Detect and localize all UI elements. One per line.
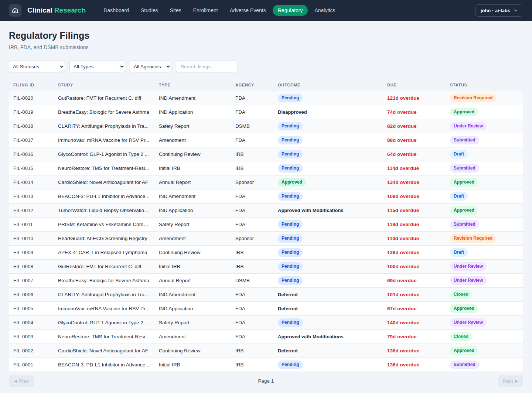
- status-cell: Revision Required: [446, 232, 523, 246]
- status-cell: Under Review: [446, 260, 523, 274]
- table-row[interactable]: FIL-0015 NeuroRestore: TMS for Treatment…: [9, 161, 523, 175]
- outcome-cell: Approved: [273, 175, 383, 189]
- outcome-cell: Approved with Modifications: [273, 204, 383, 218]
- table-row[interactable]: FIL-0010 HeartGuard: AI-ECG Screening Re…: [9, 232, 523, 246]
- outcome-badge: Pending: [278, 122, 303, 130]
- due-cell-wrap: 64d overdue: [383, 147, 446, 161]
- outcome-badge: Pending: [278, 136, 303, 144]
- table-row[interactable]: FIL-0017 ImmunoVax: mRNA Vaccine for RSV…: [9, 133, 523, 147]
- filing-id-cell: FIL-0020: [9, 91, 54, 105]
- type-cell: Safety Report: [154, 316, 231, 330]
- status-badge: Submitted: [450, 136, 479, 144]
- page-title: Regulatory Filings: [9, 30, 523, 41]
- filing-id-cell: FIL-0009: [9, 246, 54, 260]
- due-cell: 88d overdue: [387, 137, 417, 143]
- due-cell-wrap: 115d overdue: [383, 204, 446, 218]
- status-badge: Approved: [450, 346, 478, 355]
- filing-id-cell: FIL-0013: [9, 189, 54, 204]
- search-input[interactable]: [176, 61, 238, 72]
- table-row[interactable]: FIL-0002 CardioShield: Novel Anticoagula…: [9, 344, 523, 358]
- table-row[interactable]: FIL-0013 BEACON-3: PD-L1 Inhibitor in Ad…: [9, 189, 523, 204]
- table-row[interactable]: FIL-0018 CLARITY: Antifungal Prophylaxis…: [9, 119, 523, 133]
- status-badge: Approved: [450, 304, 478, 312]
- table-row[interactable]: FIL-0019 BreatheEasy: Biologic for Sever…: [9, 105, 523, 119]
- user-menu-button[interactable]: john · ai-labs: [475, 4, 523, 17]
- home-icon: [12, 7, 18, 14]
- study-cell: GlycoControl: GLP-1 Agonist in Type 2 ..…: [54, 316, 154, 330]
- nav-item-sites[interactable]: Sites: [165, 5, 187, 16]
- type-cell: IND Application: [154, 204, 231, 218]
- status-cell: Submitted: [446, 358, 523, 372]
- status-badge: Closed: [450, 332, 472, 341]
- outcome-cell: Pending: [273, 189, 383, 204]
- status-cell: Under Review: [446, 316, 523, 330]
- outcome-badge: Pending: [278, 220, 303, 228]
- due-cell: 140d overdue: [387, 320, 419, 325]
- status-badge: Submitted: [450, 164, 479, 172]
- table-row[interactable]: FIL-0014 CardioShield: Novel Anticoagula…: [9, 175, 523, 189]
- table-row[interactable]: FIL-0011 PRISM: Ketamine vs Esketamine C…: [9, 218, 523, 232]
- table-row[interactable]: FIL-0008 GutRestore: FMT for Recurrent C…: [9, 260, 523, 274]
- agency-cell: FDA: [231, 91, 273, 105]
- type-cell: Initial IRB: [154, 358, 231, 372]
- nav-item-dashboard[interactable]: Dashboard: [98, 5, 134, 16]
- filing-id-cell: FIL-0005: [9, 302, 54, 316]
- table-row[interactable]: FIL-0016 GlycoControl: GLP-1 Agonist in …: [9, 147, 523, 161]
- due-cell-wrap: 82d overdue: [383, 119, 446, 133]
- study-cell: ImmunoVax: mRNA Vaccine for RSV Pr...: [54, 302, 154, 316]
- filing-id-cell: FIL-0006: [9, 288, 54, 302]
- type-cell: Safety Report: [154, 119, 231, 133]
- type-cell: Initial IRB: [154, 161, 231, 175]
- study-cell: NeuroRestore: TMS for Treatment-Resi...: [54, 330, 154, 344]
- nav-item-analytics[interactable]: Analytics: [309, 5, 340, 16]
- agency-cell: DSMB: [231, 119, 273, 133]
- nav-item-enrollment[interactable]: Enrollment: [188, 5, 223, 16]
- outcome-badge: Pending: [278, 192, 303, 200]
- table-row[interactable]: FIL-0001 BEACON-3: PD-L1 Inhibitor in Ad…: [9, 358, 523, 372]
- table-row[interactable]: FIL-0005 ImmunoVax: mRNA Vaccine for RSV…: [9, 302, 523, 316]
- table-row[interactable]: FIL-0003 NeuroRestore: TMS for Treatment…: [9, 330, 523, 344]
- type-filter-select[interactable]: All Types: [69, 61, 125, 72]
- outcome-cell: Deferred: [273, 344, 383, 358]
- type-cell: Initial IRB: [154, 260, 231, 274]
- table-row[interactable]: FIL-0009 APEX-4: CAR-T in Relapsed Lymph…: [9, 246, 523, 260]
- study-cell: BEACON-3: PD-L1 Inhibitor in Advance...: [54, 189, 154, 204]
- study-cell: ImmunoVax: mRNA Vaccine for RSV Pr...: [54, 133, 154, 147]
- agency-cell: FDA: [231, 105, 273, 119]
- nav-item-regulatory[interactable]: Regulatory: [273, 5, 308, 16]
- status-filter-select[interactable]: All Statuses: [9, 61, 65, 72]
- table-row[interactable]: FIL-0004 GlycoControl: GLP-1 Agonist in …: [9, 316, 523, 330]
- outcome-badge: Approved: [278, 178, 306, 186]
- outcome-cell: Pending: [273, 218, 383, 232]
- home-button[interactable]: [9, 4, 21, 17]
- nav-item-adverse-events[interactable]: Adverse Events: [225, 5, 271, 16]
- table-row[interactable]: FIL-0020 GutRestore: FMT for Recurrent C…: [9, 91, 523, 105]
- brand-first: Clinical: [27, 6, 52, 14]
- study-cell: APEX-4: CAR-T in Relapsed Lymphoma: [54, 246, 154, 260]
- table-row[interactable]: FIL-0006 CLARITY: Antifungal Prophylaxis…: [9, 288, 523, 302]
- agency-cell: IRB: [231, 147, 273, 161]
- filing-id-cell: FIL-0011: [9, 218, 54, 232]
- due-cell-wrap: 114d overdue: [383, 161, 446, 175]
- next-page-button[interactable]: Next ▶: [498, 375, 523, 387]
- prev-page-button[interactable]: ◀ Prev: [9, 375, 34, 387]
- agency-cell: FDA: [231, 204, 273, 218]
- filing-id-cell: FIL-0019: [9, 105, 54, 119]
- study-cell: CardioShield: Novel Anticoagulant for AF: [54, 175, 154, 189]
- due-cell-wrap: 129d overdue: [383, 246, 446, 260]
- status-badge: Draft: [450, 150, 468, 158]
- agency-cell: IRB: [231, 260, 273, 274]
- due-cell: 115d overdue: [387, 208, 419, 213]
- type-cell: Continuing Review: [154, 246, 231, 260]
- outcome-cell: Approved with Modifications: [273, 330, 383, 344]
- nav-item-studies[interactable]: Studies: [136, 5, 163, 16]
- brand-second: Research: [54, 6, 86, 14]
- outcome-badge: Approved with Modifications: [278, 208, 344, 213]
- table-row[interactable]: FIL-0007 BreatheEasy: Biologic for Sever…: [9, 274, 523, 288]
- study-cell: PRISM: Ketamine vs Esketamine Comp...: [54, 218, 154, 232]
- type-cell: Safety Report: [154, 218, 231, 232]
- table-row[interactable]: FIL-0012 TumorWatch: Liquid Biopsy Obser…: [9, 204, 523, 218]
- agency-filter-select[interactable]: All Agencies: [130, 61, 171, 72]
- due-cell: 138d overdue: [387, 348, 419, 353]
- agency-cell: IRB: [231, 246, 273, 260]
